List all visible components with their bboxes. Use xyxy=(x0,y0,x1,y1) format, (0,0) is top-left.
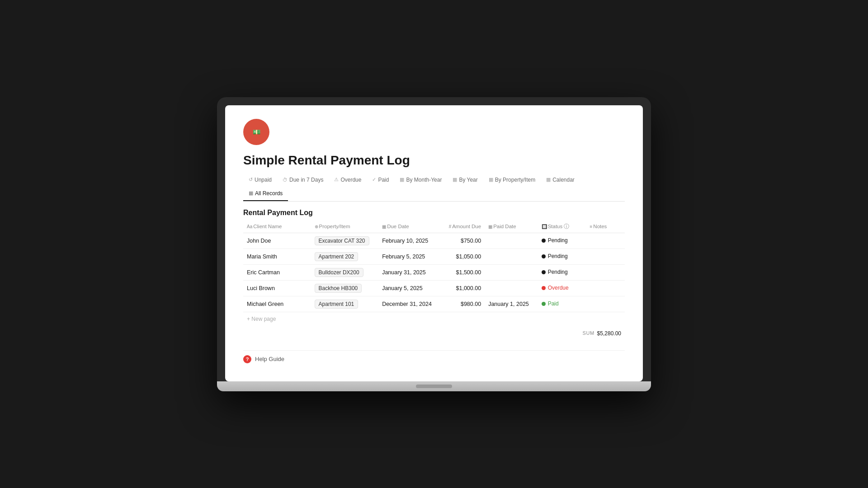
sum-row: SUM $5,280.00 xyxy=(243,326,625,341)
col-header-amount: #Amount Due xyxy=(436,221,485,233)
cell-paid-date xyxy=(485,249,538,264)
cell-notes xyxy=(586,296,625,312)
col-header-status: 🔲Status ⓘ xyxy=(538,221,586,233)
cell-client: Michael Green xyxy=(243,296,311,312)
overdue-icon: ⚠ xyxy=(334,177,339,183)
cell-notes xyxy=(586,233,625,249)
col-header-due-date: ▦Due Date xyxy=(378,221,436,233)
cell-status: Pending xyxy=(538,249,586,264)
col-header-property: ⊕Property/Item xyxy=(311,221,379,233)
cell-client: Maria Smith xyxy=(243,249,311,264)
help-guide-label: Help Guide xyxy=(255,356,284,362)
cell-paid-date xyxy=(485,280,538,296)
help-guide-button[interactable]: ? Help Guide xyxy=(243,350,625,368)
cell-amount: $750.00 xyxy=(436,233,485,249)
cell-client: Luci Brown xyxy=(243,280,311,296)
by-year-icon: ▦ xyxy=(453,177,457,183)
app-icon: 💵 xyxy=(243,119,269,145)
cell-amount: $1,500.00 xyxy=(436,264,485,280)
cell-notes xyxy=(586,264,625,280)
cell-status: Pending xyxy=(538,233,586,249)
cell-amount: $1,000.00 xyxy=(436,280,485,296)
tab-month-year[interactable]: ▦ By Month-Year xyxy=(394,174,447,188)
svg-text:💵: 💵 xyxy=(253,128,261,136)
rental-table: AaClient Name ⊕Property/Item ▦Due Date #… xyxy=(243,221,625,312)
cell-due-date: February 10, 2025 xyxy=(378,233,436,249)
laptop-frame: 💵 Simple Rental Payment Log ↺ Unpaid ⏱ D… xyxy=(217,97,651,391)
col-header-paid-date: ▦Paid Date xyxy=(485,221,538,233)
tab-by-property[interactable]: ▦ By Property/Item xyxy=(483,174,541,188)
cell-property: Backhoe HB300 xyxy=(311,280,379,296)
cell-due-date: February 5, 2025 xyxy=(378,249,436,264)
laptop-notch xyxy=(416,385,452,388)
month-year-icon: ▦ xyxy=(400,177,404,183)
cell-property: Bulldozer DX200 xyxy=(311,264,379,280)
cell-client: Eric Cartman xyxy=(243,264,311,280)
tab-all-records[interactable]: ▦ All Records xyxy=(243,188,288,201)
table-row[interactable]: John Doe Excavator CAT 320 February 10, … xyxy=(243,233,625,249)
table-row[interactable]: Luci Brown Backhoe HB300 January 5, 2025… xyxy=(243,280,625,296)
cell-due-date: December 31, 2024 xyxy=(378,296,436,312)
tab-due7[interactable]: ⏱ Due in 7 Days xyxy=(277,174,329,188)
table-row[interactable]: Eric Cartman Bulldozer DX200 January 31,… xyxy=(243,264,625,280)
cell-paid-date xyxy=(485,264,538,280)
cell-notes xyxy=(586,280,625,296)
section-title: Rental Payment Log xyxy=(243,209,625,217)
sum-label: SUM xyxy=(583,330,594,337)
tab-by-year[interactable]: ▦ By Year xyxy=(447,174,483,188)
unpaid-icon: ↺ xyxy=(249,177,253,183)
cell-property: Excavator CAT 320 xyxy=(311,233,379,249)
cell-amount: $980.00 xyxy=(436,296,485,312)
new-page-button[interactable]: + New page xyxy=(243,312,625,326)
cell-amount: $1,050.00 xyxy=(436,249,485,264)
tab-overdue[interactable]: ⚠ Overdue xyxy=(329,174,367,188)
page-title: Simple Rental Payment Log xyxy=(243,153,625,168)
tab-calendar[interactable]: ▦ Calendar xyxy=(541,174,580,188)
due7-icon: ⏱ xyxy=(283,177,288,183)
cell-status: Pending xyxy=(538,264,586,280)
cell-paid-date xyxy=(485,233,538,249)
cell-paid-date: January 1, 2025 xyxy=(485,296,538,312)
all-records-icon: ▦ xyxy=(249,190,253,196)
cell-status: Paid xyxy=(538,296,586,312)
cell-property: Apartment 101 xyxy=(311,296,379,312)
laptop-base xyxy=(217,381,651,391)
table-row[interactable]: Michael Green Apartment 101 December 31,… xyxy=(243,296,625,312)
cell-due-date: January 5, 2025 xyxy=(378,280,436,296)
sum-value: $5,280.00 xyxy=(597,330,621,337)
tab-paid[interactable]: ✓ Paid xyxy=(367,174,394,188)
table-row[interactable]: Maria Smith Apartment 202 February 5, 20… xyxy=(243,249,625,264)
cell-client: John Doe xyxy=(243,233,311,249)
app-screen: 💵 Simple Rental Payment Log ↺ Unpaid ⏱ D… xyxy=(225,105,643,381)
cell-property: Apartment 202 xyxy=(311,249,379,264)
col-header-notes: ≡Notes xyxy=(586,221,625,233)
cell-due-date: January 31, 2025 xyxy=(378,264,436,280)
tab-navigation: ↺ Unpaid ⏱ Due in 7 Days ⚠ Overdue ✓ Pai… xyxy=(243,174,625,202)
help-icon: ? xyxy=(243,355,251,363)
tab-unpaid[interactable]: ↺ Unpaid xyxy=(243,174,277,188)
cell-notes xyxy=(586,249,625,264)
paid-icon: ✓ xyxy=(372,177,376,183)
cell-status: Overdue xyxy=(538,280,586,296)
calendar-icon: ▦ xyxy=(546,177,551,183)
by-property-icon: ▦ xyxy=(489,177,493,183)
col-header-client: AaClient Name xyxy=(243,221,311,233)
